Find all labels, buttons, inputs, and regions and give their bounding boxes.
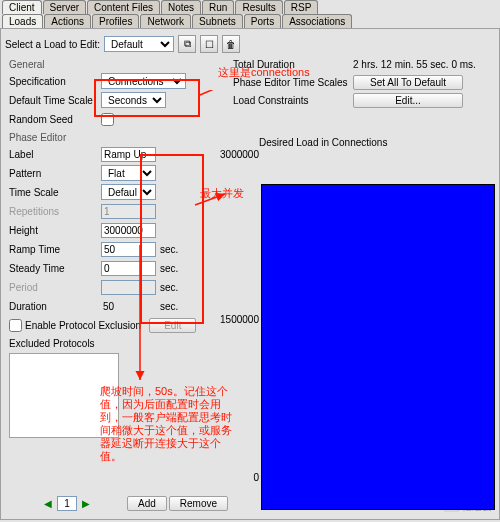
phase-title: Phase Editor (9, 132, 495, 143)
pattern-select[interactable]: Flat (101, 165, 156, 181)
spec-select[interactable]: Connections (101, 73, 186, 89)
copy-icon[interactable]: ⧉ (178, 35, 196, 53)
tab-row-sub: Loads Actions Profiles Network Subnets P… (0, 14, 500, 28)
steady-label: Steady Time (5, 263, 101, 274)
tab-network[interactable]: Network (140, 14, 191, 28)
tab-notes[interactable]: Notes (161, 0, 201, 14)
edit-constraints-button[interactable]: Edit... (353, 93, 463, 108)
prev-page-icon[interactable]: ◀ (41, 497, 55, 511)
tab-actions[interactable]: Actions (44, 14, 91, 28)
height-label: Height (5, 225, 101, 236)
tab-profiles[interactable]: Profiles (92, 14, 139, 28)
steady-input[interactable] (101, 261, 156, 276)
epe-edit-button: Edit (149, 318, 196, 333)
tab-associations[interactable]: Associations (282, 14, 352, 28)
load-chart (261, 184, 495, 510)
label-input[interactable] (101, 147, 156, 162)
delete-icon[interactable]: 🗑 (222, 35, 240, 53)
ramp-label: Ramp Time (5, 244, 101, 255)
new-icon[interactable]: ☐ (200, 35, 218, 53)
tab-content-files[interactable]: Content Files (87, 0, 160, 14)
tab-results[interactable]: Results (235, 0, 282, 14)
annot-text-connections: 这里是connections (218, 66, 310, 79)
chart-title: Desired Load in Connections (259, 137, 387, 148)
ramp-input[interactable] (101, 242, 156, 257)
label-label: Label (5, 149, 101, 160)
dts-select[interactable]: Seconds (101, 92, 166, 108)
annot-text-maxconc: 最大并发 (200, 187, 244, 200)
seed-label: Random Seed (5, 114, 101, 125)
ramp-unit: sec. (156, 244, 178, 255)
annot-text-ramp: 爬坡时间，50s。记住这个值，因为后面配置时会用到，一般客户端配置思考时间稍微大… (100, 385, 240, 463)
epe-label: Enable Protocol Exclusion (25, 320, 141, 331)
load-toolbar: Select a Load to Edit: Default ⧉ ☐ 🗑 (5, 33, 495, 55)
ytick-0: 0 (253, 472, 259, 483)
period-input (101, 280, 156, 295)
dur-unit: sec. (156, 301, 178, 312)
tab-client[interactable]: Client (2, 0, 42, 14)
dur-value: 50 (101, 301, 156, 312)
period-unit: sec. (156, 282, 178, 293)
height-input[interactable] (101, 223, 156, 238)
period-label: Period (5, 282, 101, 293)
tab-subnets[interactable]: Subnets (192, 14, 243, 28)
rep-input (101, 204, 156, 219)
add-button[interactable]: Add (127, 496, 167, 511)
ytick-1500000: 1500000 (220, 314, 259, 325)
tab-ports[interactable]: Ports (244, 14, 281, 28)
tab-server[interactable]: Server (43, 0, 86, 14)
tab-run[interactable]: Run (202, 0, 234, 14)
pattern-label: Pattern (5, 168, 101, 179)
general-right: Total Duration 2 hrs. 12 min. 55 sec. 0 … (233, 55, 493, 109)
rep-label: Repetitions (5, 206, 101, 217)
steady-unit: sec. (156, 263, 178, 274)
dur-label: Duration (5, 301, 101, 312)
seed-checkbox[interactable] (101, 113, 114, 126)
page-input[interactable] (57, 496, 77, 511)
set-all-default-button[interactable]: Set All To Default (353, 75, 463, 90)
select-load-label: Select a Load to Edit: (5, 39, 100, 50)
remove-button[interactable]: Remove (169, 496, 228, 511)
dts-label: Default Time Scale (5, 95, 101, 106)
next-page-icon[interactable]: ▶ (79, 497, 93, 511)
main-content: Select a Load to Edit: Default ⧉ ☐ 🗑 Gen… (0, 28, 500, 520)
ts-label: Time Scale (5, 187, 101, 198)
ts-select[interactable]: Default (101, 184, 156, 200)
lc-label: Load Constraints (233, 95, 353, 106)
phase-nav: ◀ ▶ Add Remove (41, 496, 228, 511)
td-value: 2 hrs. 12 min. 55 sec. 0 ms. (353, 59, 476, 70)
spec-label: Specification (5, 76, 101, 87)
epe-checkbox[interactable] (9, 319, 22, 332)
load-select[interactable]: Default (104, 36, 174, 52)
ytick-3000000: 3000000 (220, 149, 259, 160)
tab-loads[interactable]: Loads (2, 14, 43, 28)
tab-row-top: Client Server Content Files Notes Run Re… (0, 0, 500, 14)
tab-rsp[interactable]: RSP (284, 0, 319, 14)
